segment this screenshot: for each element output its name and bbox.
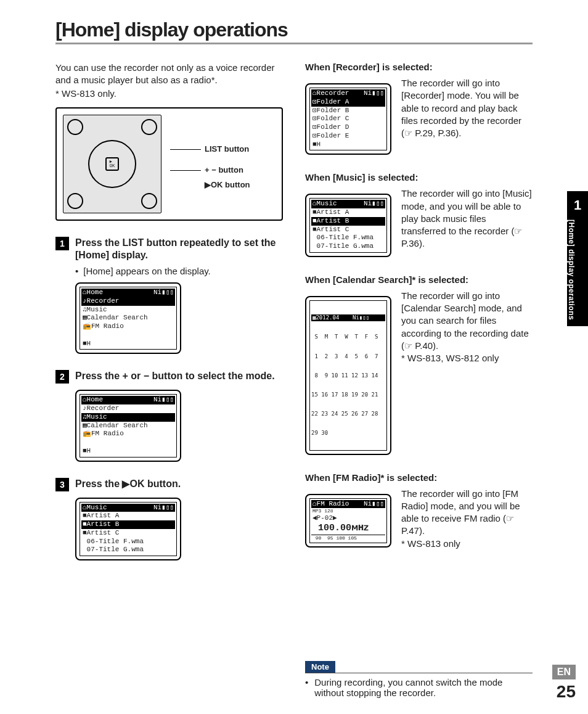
mode-music-head: When [Music] is selected: bbox=[305, 172, 533, 183]
step-number: 1 bbox=[55, 237, 69, 250]
mode-calendar-note: * WS-813, WS-812 only bbox=[401, 352, 533, 364]
note-section: Note •During recording, you cannot switc… bbox=[305, 661, 533, 698]
ok-button-label: ▶OK button bbox=[205, 180, 250, 189]
mode-recorder-lcd: ⌂RecorderNi▮▯▯ ⊡Folder A ⊡Folder B ⊡Fold… bbox=[305, 83, 391, 155]
note-label: Note bbox=[305, 661, 335, 673]
device-diagram: ▶OK LIST button + − button ▶OK button bbox=[55, 107, 283, 221]
mode-calendar-lcd: ▦2012.04 Ni▮▯▯ S M T W T F S 1 2 3 4 5 6… bbox=[305, 296, 391, 455]
mode-recorder-text: The recorder will go into [Recorder] mod… bbox=[401, 77, 533, 139]
ok-button-icon: ▶OK bbox=[105, 157, 119, 171]
chapter-tab: 1 [Home] display operations bbox=[567, 191, 588, 326]
mode-music-lcd: ⌂MusicNi▮▯▯ ■Artist A ■Artist B ■Artist … bbox=[305, 194, 391, 257]
right-column: When [Recorder] is selected: ⌂RecorderNi… bbox=[305, 62, 533, 698]
page-title: [Home] display operations bbox=[55, 18, 533, 44]
note-text: During recording, you cannot switch the … bbox=[314, 677, 533, 698]
step-number: 2 bbox=[55, 370, 69, 384]
plusminus-button-label: + − button bbox=[205, 165, 243, 174]
step-3-lcd: ⌂MusicNi▮▯▯ ■Artist A ■Artist B ■Artist … bbox=[75, 498, 181, 561]
chapter-number: 1 bbox=[567, 197, 588, 213]
mode-fmradio-lcd: ⌂FM RadioNi▮▯▯ MP3 128 ◀P-02▶ 100.00ᴍʜᴢ … bbox=[305, 494, 391, 548]
left-column: You can use the recorder not only as a v… bbox=[55, 62, 283, 698]
chapter-title: [Home] display operations bbox=[567, 220, 576, 320]
step-1-bullet: [Home] appears on the display. bbox=[75, 266, 211, 276]
step-2-lcd: ⌂HomeNi▮▯▯ ♪Recorder ♫Music ▦Calendar Se… bbox=[75, 390, 181, 461]
step-1: 1 Press the LIST button repeatedly to se… bbox=[55, 237, 283, 263]
language-badge: EN bbox=[552, 665, 576, 679]
mode-calendar-text: The recorder will go into [Calendar Sear… bbox=[401, 290, 533, 352]
mode-fmradio-text: The recorder will go into [FM Radio] mod… bbox=[401, 488, 533, 538]
step-3: 3 Press the ▶OK button. bbox=[55, 478, 283, 491]
step-1-lcd: ⌂HomeNi▮▯▯ ♪Recorder ♫Music ▦Calendar Se… bbox=[75, 282, 181, 354]
intro-footnote: * WS-813 only. bbox=[55, 88, 283, 99]
mode-fmradio-note: * WS-813 only bbox=[401, 538, 533, 550]
mode-music-text: The recorder will go into [Music] mode, … bbox=[401, 187, 533, 250]
step-number: 3 bbox=[55, 478, 69, 491]
page-footer: EN 25 bbox=[552, 665, 576, 702]
intro-text: You can use the recorder not only as a v… bbox=[55, 62, 283, 87]
mode-calendar-head: When [Calendar Search]* is selected: bbox=[305, 274, 533, 285]
step-2: 2 Press the + or − button to select the … bbox=[55, 370, 283, 384]
list-button-label: LIST button bbox=[205, 144, 249, 154]
mode-fmradio-head: When [FM Radio]* is selected: bbox=[305, 472, 533, 483]
mode-recorder-head: When [Recorder] is selected: bbox=[305, 62, 533, 72]
page-number: 25 bbox=[552, 682, 576, 702]
